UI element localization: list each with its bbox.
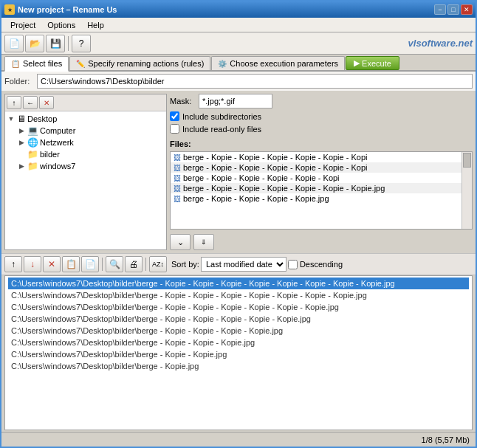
tab-bar: 📋 Select files ✏️ Specify renaming actio… xyxy=(1,55,476,72)
move-down-button[interactable]: ↓ xyxy=(24,256,41,272)
toolbar-separator xyxy=(68,36,69,51)
fl-item-4[interactable]: C:\Users\windows7\Desktop\bilder\berge -… xyxy=(8,325,469,337)
remove-button[interactable]: ✕ xyxy=(43,256,61,272)
include-readonly-label: Include read-only files xyxy=(182,125,261,134)
file-item-label: berge - Kopie - Kopie - Kopie - Kopie - … xyxy=(183,173,340,182)
bt-separator1 xyxy=(102,258,103,271)
file-item-label: berge - Kopie - Kopie - Kopie - Kopie - … xyxy=(183,163,367,172)
file-list-panel: C:\Users\windows7\Desktop\bilder\berge -… xyxy=(4,275,473,430)
fl-item-2[interactable]: C:\Users\windows7\Desktop\bilder\berge -… xyxy=(8,301,469,313)
file-thumb-icon: 🖼 xyxy=(174,185,181,193)
minimize-button[interactable]: − xyxy=(434,4,446,15)
sort-label: Sort by: xyxy=(171,260,199,269)
tab-renaming-label: Specify renaming actions (rules) xyxy=(88,59,204,68)
include-subdirs-checkbox[interactable] xyxy=(170,111,179,121)
file-thumb-icon: 🖼 xyxy=(174,174,181,182)
bt-separator2 xyxy=(145,258,146,271)
close-button[interactable]: ✕ xyxy=(461,4,473,15)
computer-icon: 💻 xyxy=(27,125,38,136)
tree-panel: ↑ ← ✕ ▼ 🖥 Desktop ▶ 💻 Computer xyxy=(4,94,167,250)
bilder-icon: 📁 xyxy=(27,149,38,159)
mask-input[interactable] xyxy=(199,94,272,108)
file-list-item[interactable]: 🖼 berge - Kopie - Kopie - Kopie - Kopie … xyxy=(171,162,461,173)
fl-item-7[interactable]: C:\Users\windows7\Desktop\bilder\berge -… xyxy=(8,360,469,372)
tree-label-netzwerk: Netzwerk xyxy=(40,138,74,147)
tab-select-files-label: Select files xyxy=(23,59,62,68)
search-button[interactable]: 🔍 xyxy=(106,256,123,272)
tree-back-button[interactable]: ← xyxy=(23,96,38,109)
netzwerk-icon: 🌐 xyxy=(27,137,38,148)
open-button[interactable]: 📂 xyxy=(25,35,44,52)
tree-item-desktop[interactable]: ▼ 🖥 Desktop xyxy=(7,113,165,125)
status-bar: 1/8 (5,57 Mb) xyxy=(1,432,476,447)
sort-az-button[interactable]: AZ↕ xyxy=(149,256,167,272)
tree-expander-netzwerk: ▶ xyxy=(17,138,26,147)
content-area: Folder: ↑ ← ✕ ▼ 🖥 Desktop xyxy=(1,72,476,447)
help-button[interactable]: ? xyxy=(72,35,91,52)
desktop-icon: 🖥 xyxy=(17,114,26,124)
print-button[interactable]: 🖨 xyxy=(125,256,143,272)
tree-clear-button[interactable]: ✕ xyxy=(39,96,54,109)
file-thumb-icon: 🖼 xyxy=(174,195,181,203)
status-text: 1/8 (5,57 Mb) xyxy=(422,435,470,444)
folder-input[interactable] xyxy=(37,74,473,89)
scroll-down-button[interactable]: ⌄ xyxy=(170,234,191,250)
menu-project[interactable]: Project xyxy=(4,19,41,31)
tab-exec-label: Choose execution parameters xyxy=(230,59,338,68)
tree-content: ▼ 🖥 Desktop ▶ 💻 Computer ▶ 🌐 Netzwe xyxy=(5,111,166,249)
bottom-toolbar: ↑ ↓ ✕ 📋 📄 🔍 🖨 AZ↕ Sort by: Last modified… xyxy=(1,253,476,275)
copy-button[interactable]: 📋 xyxy=(62,256,80,272)
menu-help[interactable]: Help xyxy=(81,19,110,31)
tab-select-files[interactable]: 📋 Select files xyxy=(4,56,69,72)
windows7-icon: 📁 xyxy=(27,161,38,171)
watermark: vlsoftware.net xyxy=(408,38,473,49)
include-readonly-checkbox[interactable] xyxy=(170,124,179,134)
scroll-bottom-button[interactable]: ⇓ xyxy=(193,234,214,250)
tab-renaming-icon: ✏️ xyxy=(76,60,85,68)
fl-item-1[interactable]: C:\Users\windows7\Desktop\bilder\berge -… xyxy=(8,289,469,301)
tab-renaming-rules[interactable]: ✏️ Specify renaming actions (rules) xyxy=(69,56,210,70)
file-list-item[interactable]: 🖼 berge - Kopie - Kopie - Kopie - Kopie.… xyxy=(171,193,461,204)
new-button[interactable]: 📄 xyxy=(4,35,24,52)
tree-expander-windows7: ▶ xyxy=(17,162,26,170)
tree-up-button[interactable]: ↑ xyxy=(7,96,21,109)
paste-button[interactable]: 📄 xyxy=(81,256,99,272)
files-list: 🖼 berge - Kopie - Kopie - Kopie - Kopie … xyxy=(170,151,473,230)
descending-checkbox[interactable] xyxy=(288,260,298,269)
file-item-label: berge - Kopie - Kopie - Kopie - Kopie - … xyxy=(183,153,367,162)
file-list-item[interactable]: 🖼 berge - Kopie - Kopie - Kopie - Kopie … xyxy=(171,183,461,193)
mask-row: Mask: xyxy=(170,94,473,108)
tree-item-computer[interactable]: ▶ 💻 Computer xyxy=(7,125,165,137)
execute-button[interactable]: ▶ Execute xyxy=(346,56,399,70)
sort-select[interactable]: Last modified date Name Size Type xyxy=(201,257,286,272)
tree-item-netzwerk[interactable]: ▶ 🌐 Netzwerk xyxy=(7,137,165,148)
file-thumb-icon: 🖼 xyxy=(174,154,181,162)
app-window: ★ New project – Rename Us − □ ✕ Project … xyxy=(0,0,477,448)
tree-item-windows7[interactable]: ▶ 📁 windows7 xyxy=(7,160,165,172)
title-bar: ★ New project – Rename Us − □ ✕ xyxy=(1,1,476,18)
file-item-label: berge - Kopie - Kopie - Kopie - Kopie.jp… xyxy=(183,194,329,203)
fl-item-6[interactable]: C:\Users\windows7\Desktop\bilder\berge -… xyxy=(8,348,469,360)
save-button[interactable]: 💾 xyxy=(46,35,65,52)
file-list-item[interactable]: 🖼 berge - Kopie - Kopie - Kopie - Kopie … xyxy=(171,173,461,183)
add-button[interactable]: ↑ xyxy=(4,256,22,272)
fl-item-0[interactable]: C:\Users\windows7\Desktop\bilder\berge -… xyxy=(8,278,469,289)
menu-options[interactable]: Options xyxy=(41,19,81,31)
tab-execution-params[interactable]: ⚙️ Choose execution parameters xyxy=(211,56,345,70)
file-thumb-icon: 🖼 xyxy=(174,164,181,172)
menu-bar: Project Options Help xyxy=(1,18,476,32)
maximize-button[interactable]: □ xyxy=(447,4,459,15)
fl-item-5[interactable]: C:\Users\windows7\Desktop\bilder\berge -… xyxy=(8,337,469,348)
tree-label-windows7: windows7 xyxy=(40,162,75,170)
tree-label-bilder: bilder xyxy=(40,150,60,159)
fl-item-3[interactable]: C:\Users\windows7\Desktop\bilder\berge -… xyxy=(8,313,469,325)
tab-exec-icon: ⚙️ xyxy=(218,60,227,68)
tree-toolbar: ↑ ← ✕ xyxy=(5,94,166,111)
tab-select-files-icon: 📋 xyxy=(11,60,20,68)
split-area: ↑ ← ✕ ▼ 🖥 Desktop ▶ 💻 Computer xyxy=(1,91,476,253)
right-panel: Mask: Include subdirectories Include rea… xyxy=(170,94,473,250)
tree-label-desktop: Desktop xyxy=(27,114,57,123)
file-list-item[interactable]: 🖼 berge - Kopie - Kopie - Kopie - Kopie … xyxy=(171,152,461,162)
tree-item-bilder[interactable]: 📁 bilder xyxy=(7,148,165,160)
main-toolbar: 📄 📂 💾 ? vlsoftware.net xyxy=(1,32,476,55)
